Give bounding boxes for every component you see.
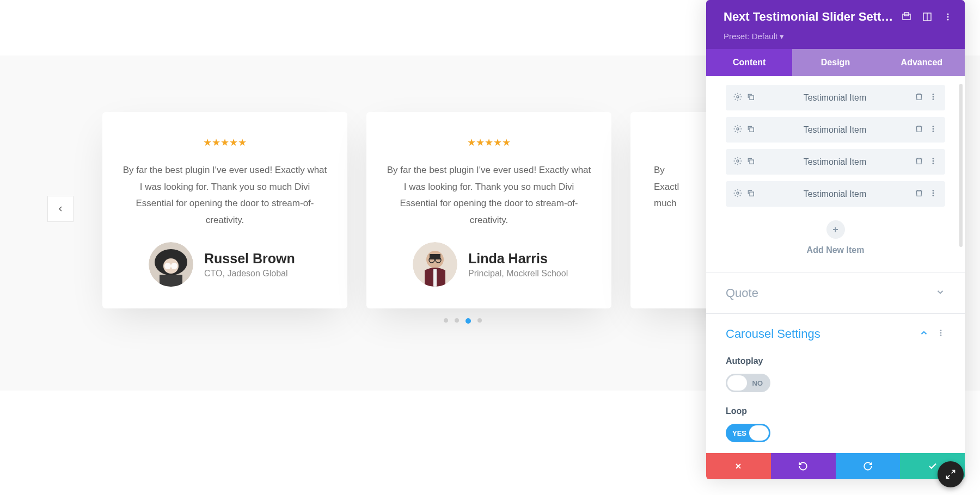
svg-rect-5 [160,275,182,287]
testimonial-quote: By far the best plugin I've ever used! E… [385,162,592,228]
expand-fab-button[interactable] [938,461,964,487]
trash-icon[interactable] [915,157,923,168]
expand-icon[interactable] [922,12,932,22]
star-rating: ★★★★★ [385,137,592,148]
more-icon[interactable] [936,329,945,339]
autoplay-toggle[interactable]: NO [726,374,770,392]
testimonial-card: ★★★★★ By far the best plugin I've ever u… [366,112,611,308]
svg-point-39 [940,330,942,331]
author-name: Russel Brown [204,251,295,267]
add-item-button[interactable]: + [826,220,845,239]
testimonial-item-row[interactable]: Testimonial Item [726,149,945,175]
testimonial-item-row[interactable]: Testimonial Item [726,181,945,207]
duplicate-icon[interactable] [746,157,755,168]
svg-point-18 [947,18,948,20]
panel-tabs: Content Design Advanced [706,49,965,76]
tab-design[interactable]: Design [792,49,878,76]
loop-label: Loop [726,406,945,416]
item-label: Testimonial Item [755,157,915,167]
author-block: Linda Harris Principal, Mockrell School [385,242,592,287]
section-title: Quote [726,286,758,300]
slider-dot[interactable] [444,318,448,323]
panel-footer [706,453,965,479]
svg-point-4 [171,263,177,269]
svg-point-38 [933,195,934,196]
svg-point-29 [737,160,739,162]
trash-icon[interactable] [915,125,923,135]
svg-point-16 [947,13,948,15]
author-role: Principal, Mockrell School [468,269,568,279]
slider-prev-button[interactable] [47,196,74,222]
gear-icon[interactable] [733,157,742,168]
svg-point-3 [164,263,171,269]
tab-advanced[interactable]: Advanced [879,49,965,76]
slider-dots [348,318,577,324]
testimonial-item-row[interactable]: Testimonial Item [726,85,945,110]
svg-point-27 [933,128,934,129]
tab-content[interactable]: Content [706,49,792,76]
testimonial-quote: By far the best plugin I've ever used! E… [121,162,328,228]
cancel-button[interactable] [706,453,771,479]
trash-icon[interactable] [915,92,923,103]
section-carousel-toggle[interactable]: Carousel Settings [717,314,954,354]
gear-icon[interactable] [733,125,742,135]
scrollbar[interactable] [959,84,963,247]
slider-dot[interactable] [477,318,482,323]
slider-dot[interactable] [455,318,459,323]
svg-point-23 [933,98,934,100]
svg-line-45 [947,475,950,479]
svg-point-19 [737,96,739,98]
svg-point-17 [947,16,948,17]
svg-rect-8 [430,254,440,259]
svg-point-21 [933,94,934,95]
svg-point-26 [933,126,934,127]
star-rating: ★★★★★ [121,137,328,148]
gear-icon[interactable] [733,92,742,103]
item-label: Testimonial Item [755,93,915,103]
duplicate-icon[interactable] [746,189,755,200]
item-label: Testimonial Item [755,189,915,199]
svg-rect-12 [903,14,910,20]
add-item-label: Add New Item [717,245,954,255]
panel-body[interactable]: Testimonial Item Testimonial Item [706,76,965,453]
svg-point-24 [737,128,739,130]
svg-point-22 [933,96,934,97]
more-icon[interactable] [943,12,953,22]
preset-selector[interactable]: Preset: Default ▾ [706,32,965,49]
gear-icon[interactable] [733,189,742,200]
svg-rect-35 [750,192,754,196]
svg-point-32 [933,160,934,162]
undo-button[interactable] [771,453,836,479]
svg-point-28 [933,131,934,132]
avatar [413,242,457,287]
slider-dot-active[interactable] [465,318,471,324]
section-quote-toggle[interactable]: Quote [717,273,954,313]
duplicate-icon[interactable] [746,125,755,135]
svg-point-34 [737,192,739,194]
more-icon[interactable] [929,189,938,200]
svg-rect-30 [750,160,754,164]
loop-toggle[interactable]: YES [726,424,770,442]
svg-rect-25 [750,128,754,132]
more-icon[interactable] [929,157,938,168]
redo-button[interactable] [836,453,901,479]
testimonial-card: ★★★★★ By far the best plugin I've ever u… [102,112,347,308]
settings-panel: Next Testimonial Slider Sett… Preset: De… [706,0,965,479]
trash-icon[interactable] [915,189,923,200]
svg-point-36 [933,190,934,191]
responsive-icon[interactable] [902,12,911,22]
duplicate-icon[interactable] [746,92,755,103]
svg-rect-11 [433,269,437,287]
more-icon[interactable] [929,125,938,135]
panel-header[interactable]: Next Testimonial Slider Sett… [706,0,965,32]
testimonial-item-row[interactable]: Testimonial Item [726,117,945,143]
svg-point-40 [940,332,942,334]
autoplay-label: Autoplay [726,356,945,366]
section-title: Carousel Settings [726,327,820,341]
panel-title: Next Testimonial Slider Sett… [724,10,902,24]
avatar [149,242,193,287]
chevron-up-icon [919,328,929,340]
author-role: CTO, Jadeson Global [204,269,295,279]
author-block: Russel Brown CTO, Jadeson Global [121,242,328,287]
more-icon[interactable] [929,92,938,103]
